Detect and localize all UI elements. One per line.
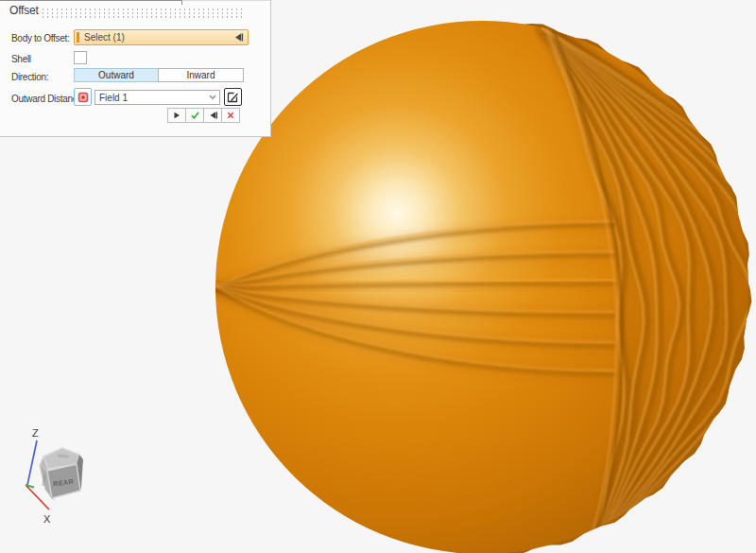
edit-expression-button[interactable] [224,88,242,106]
axis-x-label: X [43,513,51,525]
direction-inward-button[interactable]: Inward [158,68,244,82]
check-icon [191,112,199,119]
view-cube-widget[interactable]: Z X REAR [13,422,98,531]
direction-label: Direction: [11,72,48,82]
to-bar-icon [232,33,244,42]
edit-icon [227,91,239,103]
body-to-offset-label: Body to Offset: [11,33,69,43]
panel-drag-handle[interactable] [41,8,242,18]
field-type-button[interactable] [74,88,92,106]
chevron-down-icon [209,95,219,100]
outward-button-label: Outward [98,70,134,80]
field-icon [77,92,89,103]
outward-distance-value: Field 1 [99,93,209,103]
axis-z-label: Z [32,427,39,439]
axis-z-line [27,441,37,485]
run-button[interactable] [167,108,186,123]
shell-label: Shell [11,54,31,64]
to-bar-icon [208,112,218,119]
body-to-offset-value: Select (1) [84,32,232,43]
body-to-offset-field[interactable]: Select (1) [74,29,249,45]
direction-outward-button[interactable]: Outward [74,68,159,82]
outward-distance-dropdown[interactable]: Field 1 [94,90,220,105]
panel-action-buttons [167,108,240,123]
cancel-button[interactable] [221,108,240,123]
collapse-button[interactable] [203,108,222,123]
view-cube[interactable]: REAR [40,448,83,501]
close-icon [227,112,234,119]
inward-button-label: Inward [186,70,215,80]
panel-top-border [0,0,181,1]
panel-title: Offset [9,4,39,17]
play-icon [173,112,180,119]
confirm-button[interactable] [185,108,204,123]
offset-panel: Offset Body to Offset: Select (1) Shell … [0,0,271,137]
panel-top-border-light [182,0,270,1]
selection-accent-bar [77,32,79,43]
shell-checkbox[interactable] [74,51,87,64]
